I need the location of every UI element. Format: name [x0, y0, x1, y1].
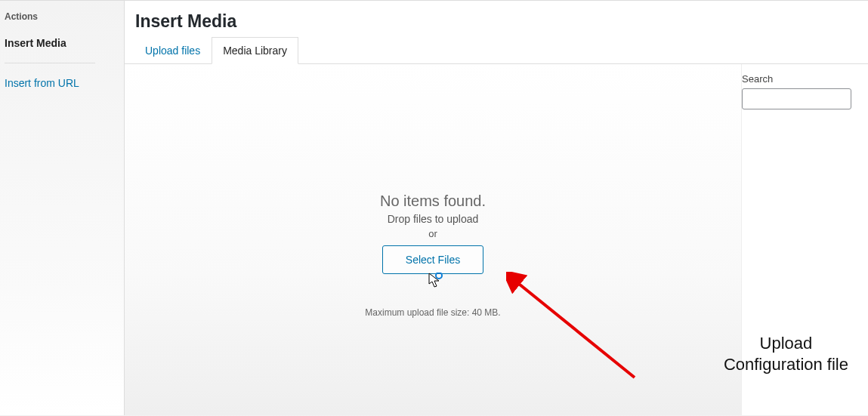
sidebar-divider — [5, 63, 95, 63]
drop-hint-text: Drop files to upload — [388, 213, 479, 225]
content-area: No items found. Drop files to upload or … — [125, 64, 868, 415]
sidebar-heading: Actions — [0, 11, 124, 29]
media-tabs: Upload files Media Library — [125, 36, 868, 64]
no-items-text: No items found. — [380, 193, 486, 210]
tab-upload-files[interactable]: Upload files — [134, 37, 212, 64]
media-grid: No items found. Drop files to upload or … — [125, 64, 741, 415]
attachment-details-panel: Search — [741, 64, 868, 415]
select-files-button[interactable]: Select Files — [382, 245, 483, 274]
modal-title: Insert Media — [125, 1, 868, 36]
sidebar-item-insert-media[interactable]: Insert Media — [0, 29, 124, 57]
sidebar-item-insert-from-url[interactable]: Insert from URL — [0, 69, 124, 97]
search-input[interactable] — [742, 88, 851, 109]
search-label: Search — [742, 73, 856, 85]
tab-media-library[interactable]: Media Library — [212, 37, 298, 64]
insert-media-modal: Actions Insert Media Insert from URL Ins… — [0, 0, 868, 415]
or-text: or — [428, 228, 437, 239]
max-upload-size-text: Maximum upload file size: 40 MB. — [365, 307, 500, 318]
sidebar: Actions Insert Media Insert from URL — [0, 1, 125, 415]
main-panel: Insert Media Upload files Media Library … — [125, 1, 868, 415]
